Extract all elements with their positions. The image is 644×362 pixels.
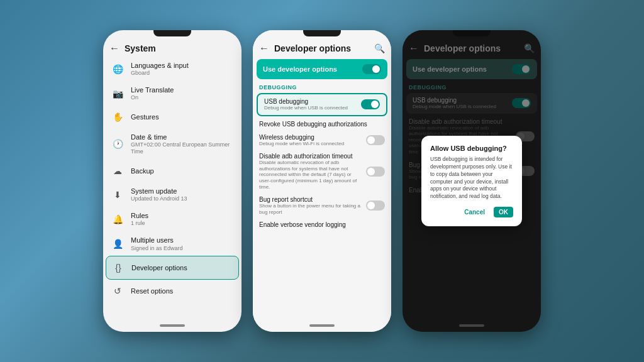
- phone2-back[interactable]: ←: [259, 43, 269, 54]
- dialog-overlay: Allow USB debugging? USB debugging is in…: [402, 30, 541, 332]
- datetime-icon: 🕐: [111, 137, 125, 151]
- list-item-gestures[interactable]: ✋ Gestures: [106, 106, 239, 128]
- use-dev-toggle[interactable]: [362, 64, 381, 74]
- list-item-datetime[interactable]: 🕐 Date & time GMT+02:00 Central European…: [106, 128, 239, 160]
- languages-icon: 🌐: [111, 62, 125, 76]
- usb-debugging-toggle[interactable]: [361, 99, 380, 109]
- debugging-section-label: Debugging: [253, 82, 391, 92]
- revoke-usb-row[interactable]: Revoke USB debugging authorizations: [253, 118, 391, 131]
- bug-report-row[interactable]: Bug report shortcut Show a button in the…: [253, 193, 391, 218]
- gestures-icon: ✋: [111, 110, 125, 124]
- phone-developer-dark: ← Developer options 🔍 Use developer opti…: [402, 30, 541, 332]
- phone-developer: ← Developer options 🔍 Use developer opti…: [253, 30, 391, 332]
- phone2-search-icon[interactable]: 🔍: [374, 43, 385, 53]
- phone-bar: [160, 324, 185, 327]
- use-dev-label: Use developer options: [263, 65, 357, 73]
- sysupdate-icon: ⬇: [111, 188, 125, 202]
- list-item-translate[interactable]: 📷 Live Translate On: [106, 81, 239, 106]
- usb-debugging-row[interactable]: USB debugging Debug mode when USB is con…: [257, 93, 387, 116]
- dialog-body: USB debugging is intended for developmen…: [430, 156, 513, 200]
- dialog-cancel-button[interactable]: Cancel: [462, 207, 487, 217]
- back-button[interactable]: ←: [109, 43, 119, 54]
- list-item-backup[interactable]: ☁ Backup: [106, 160, 239, 182]
- phone-notch: [153, 30, 191, 36]
- reset-icon: ↺: [111, 284, 125, 298]
- list-item-rules[interactable]: 🔔 Rules 1 rule: [106, 207, 239, 231]
- rules-icon: 🔔: [111, 212, 125, 226]
- phone2-bar: [309, 324, 335, 327]
- main-scene: ← System 🌐 Languages & input Gboard 📷 Li…: [0, 0, 644, 362]
- disable-adb-toggle[interactable]: [366, 167, 385, 177]
- developer-icon: {}: [111, 261, 125, 275]
- verbose-row[interactable]: Enable verbose vendor logging: [253, 218, 391, 231]
- phone-system: ← System 🌐 Languages & input Gboard 📷 Li…: [103, 30, 242, 332]
- bug-report-toggle[interactable]: [366, 200, 385, 211]
- users-icon: 👤: [111, 237, 125, 251]
- allow-usb-dialog: Allow USB debugging? USB debugging is in…: [421, 136, 522, 226]
- phone2-title: Developer options: [274, 43, 369, 53]
- phone1-content: ← System 🌐 Languages & input Gboard 📷 Li…: [103, 30, 242, 332]
- wireless-debugging-row[interactable]: Wireless debugging Debug mode when Wi-Fi…: [253, 131, 391, 150]
- list-item-languages[interactable]: 🌐 Languages & input Gboard: [106, 57, 239, 81]
- dialog-actions: Cancel OK: [430, 207, 513, 217]
- backup-icon: ☁: [111, 164, 125, 178]
- phone2-header: ← Developer options 🔍: [253, 39, 391, 57]
- phone2-notch: [303, 30, 341, 36]
- phone2-content: ← Developer options 🔍 Use developer opti…: [253, 30, 391, 332]
- phone1-list: 🌐 Languages & input Gboard 📷 Live Transl…: [103, 57, 242, 323]
- list-item-reset[interactable]: ↺ Reset options: [106, 280, 239, 302]
- dialog-title: Allow USB debugging?: [430, 145, 513, 152]
- wireless-debugging-toggle[interactable]: [366, 135, 385, 145]
- list-item-users[interactable]: 👤 Multiple users Signed in as Edward: [106, 231, 239, 256]
- use-developer-row[interactable]: Use developer options: [257, 59, 387, 79]
- disable-adb-row[interactable]: Disable adb authorization timeout Disabl…: [253, 150, 391, 193]
- phone1-title: System: [125, 43, 235, 53]
- list-item-sysupdate[interactable]: ⬇ System update Updated to Android 13: [106, 182, 239, 207]
- list-item-developer[interactable]: {} Developer options: [106, 256, 239, 280]
- phone1-header: ← System: [103, 39, 242, 57]
- dialog-ok-button[interactable]: OK: [494, 207, 513, 217]
- translate-icon: 📷: [111, 87, 125, 101]
